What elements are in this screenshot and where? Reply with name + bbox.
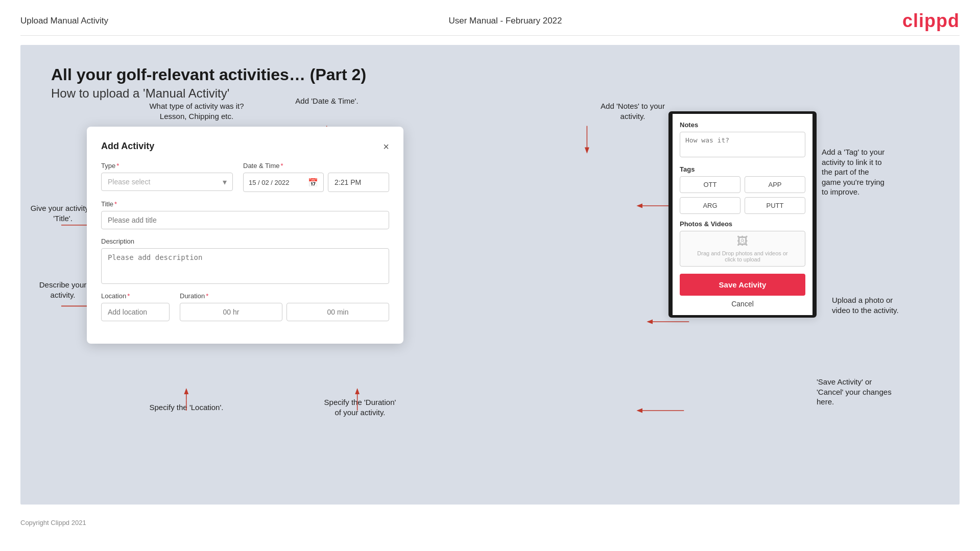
location-label: Location*	[101, 292, 170, 300]
notes-label: Notes	[680, 121, 805, 129]
annotation-type: What type of activity was it?Lesson, Chi…	[143, 101, 250, 121]
duration-min-input[interactable]	[286, 303, 389, 321]
description-input[interactable]	[101, 248, 389, 284]
annotation-location: Specify the 'Location'.	[130, 402, 243, 413]
phone-panel: Notes Tags OTT APP ARG PUTT Photos & Vid…	[668, 111, 817, 318]
title-group: Title*	[101, 200, 389, 229]
form-row-location-duration: Location* Duration*	[101, 292, 389, 321]
description-label: Description	[101, 237, 389, 245]
description-group: Description	[101, 237, 389, 284]
logo: clippd	[902, 10, 960, 32]
title-input[interactable]	[101, 211, 389, 229]
form-row-type-datetime: Type* Please select ▾ Date & Time* 📅	[101, 162, 389, 192]
form-row-description: Description	[101, 237, 389, 284]
modal-title: Add Activity	[101, 141, 154, 152]
type-group: Type* Please select ▾	[101, 162, 233, 192]
notes-input[interactable]	[680, 132, 805, 157]
type-select-wrapper: Please select ▾	[101, 173, 233, 191]
annotation-description: Describe youractivity.	[30, 280, 96, 300]
annotation-tag: Add a 'Tag' to youractivity to link it t…	[822, 147, 944, 197]
modal-header: Add Activity ×	[101, 141, 389, 152]
duration-hr-input[interactable]	[180, 303, 282, 321]
tag-putt[interactable]: PUTT	[745, 197, 805, 214]
photos-label: Photos & Videos	[680, 220, 805, 228]
header: Upload Manual Activity User Manual - Feb…	[0, 0, 980, 36]
location-group: Location*	[101, 292, 170, 321]
type-label: Type*	[101, 162, 233, 170]
upload-text: Drag and Drop photos and videos orclick …	[697, 250, 787, 262]
annotation-photo: Upload a photo orvideo to the activity.	[832, 295, 944, 315]
main-title: All your golf-relevant activities… (Part…	[51, 65, 929, 84]
duration-group: Duration*	[180, 292, 389, 321]
annotation-save: 'Save Activity' or'Cancel' your changesh…	[817, 377, 949, 407]
datetime-inputs: 📅	[243, 173, 389, 192]
tag-app[interactable]: APP	[745, 176, 805, 193]
tag-arg[interactable]: ARG	[680, 197, 740, 214]
tag-ott[interactable]: OTT	[680, 176, 740, 193]
logo-text: clippd	[902, 10, 960, 31]
main-subtitle: How to upload a 'Manual Activity'	[51, 86, 929, 101]
header-center: User Manual - February 2022	[448, 16, 562, 26]
type-select[interactable]: Please select	[101, 173, 233, 191]
annotation-duration: Specify the 'Duration'of your activity.	[296, 397, 424, 417]
calendar-icon: 📅	[308, 178, 318, 187]
cancel-link[interactable]: Cancel	[680, 300, 805, 308]
photo-upload-box[interactable]: 🖼 Drag and Drop photos and videos orclic…	[680, 231, 805, 267]
tags-grid: OTT APP ARG PUTT	[680, 176, 805, 214]
header-left: Upload Manual Activity	[20, 16, 108, 26]
tags-label: Tags	[680, 165, 805, 173]
form-row-title: Title*	[101, 200, 389, 229]
location-input[interactable]	[101, 303, 170, 321]
time-input[interactable]	[328, 173, 389, 192]
phone-inner: Notes Tags OTT APP ARG PUTT Photos & Vid…	[673, 114, 812, 315]
title-label: Title*	[101, 200, 389, 208]
close-button[interactable]: ×	[383, 141, 389, 152]
footer: Copyright Clippd 2021	[0, 514, 980, 532]
duration-inputs	[180, 303, 389, 321]
image-icon: 🖼	[737, 235, 748, 248]
main-content: All your golf-relevant activities… (Part…	[20, 45, 960, 505]
datetime-group: Date & Time* 📅	[243, 162, 389, 192]
duration-label: Duration*	[180, 292, 389, 300]
save-activity-button[interactable]: Save Activity	[680, 274, 805, 296]
add-activity-modal: Add Activity × Type* Please select ▾ Dat…	[87, 127, 403, 344]
date-input[interactable]	[249, 179, 305, 186]
annotation-title: Give your activity a'Title'.	[30, 203, 96, 223]
date-input-group: 📅	[243, 173, 324, 192]
annotation-datetime: Add 'Date & Time'.	[281, 96, 373, 106]
datetime-label: Date & Time*	[243, 162, 389, 170]
copyright: Copyright Clippd 2021	[20, 519, 86, 526]
